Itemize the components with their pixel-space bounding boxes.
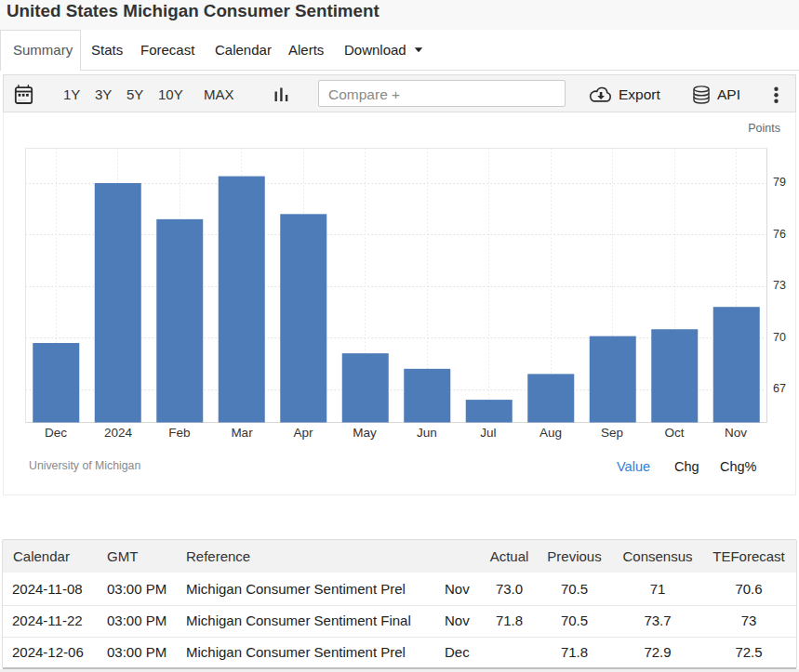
svg-text:Jun: Jun bbox=[417, 426, 437, 440]
svg-text:79: 79 bbox=[773, 176, 786, 189]
svg-text:Apr: Apr bbox=[293, 426, 313, 440]
svg-text:Dec: Dec bbox=[45, 426, 67, 440]
svg-text:Points: Points bbox=[748, 122, 780, 135]
svg-text:70: 70 bbox=[773, 331, 786, 344]
svg-text:76: 76 bbox=[773, 228, 786, 241]
svg-text:Mar: Mar bbox=[231, 426, 253, 440]
svg-text:Jul: Jul bbox=[480, 426, 496, 440]
svg-text:Sep: Sep bbox=[601, 426, 623, 440]
svg-text:May: May bbox=[353, 426, 377, 440]
svg-text:Nov: Nov bbox=[725, 426, 747, 440]
svg-text:2024: 2024 bbox=[104, 426, 133, 440]
svg-text:73: 73 bbox=[773, 279, 786, 292]
svg-text:Feb: Feb bbox=[168, 426, 190, 440]
svg-text:67: 67 bbox=[773, 382, 786, 395]
svg-text:Oct: Oct bbox=[664, 426, 684, 440]
svg-text:Aug: Aug bbox=[539, 426, 562, 440]
